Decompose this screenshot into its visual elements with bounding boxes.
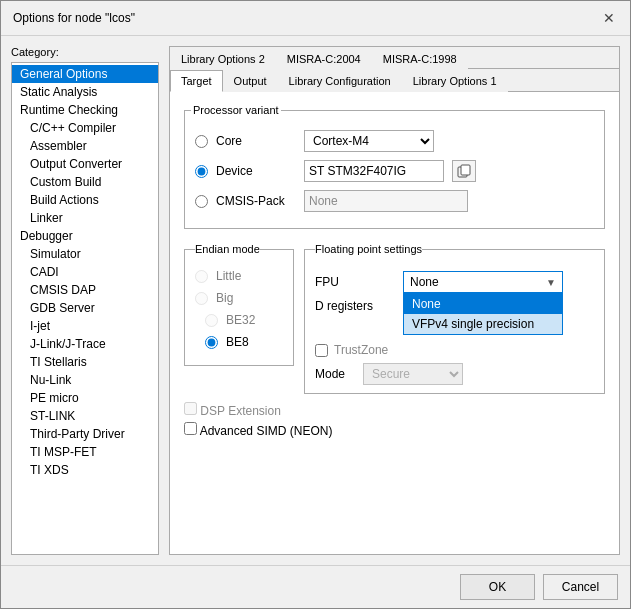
close-button[interactable]: ✕ [600, 9, 618, 27]
processor-variant-group: Processor variant Core Cortex-M4 Device [184, 104, 605, 229]
bottom-row: Endian mode Little Big BE32 [184, 243, 605, 394]
fpu-label: FPU [315, 275, 395, 289]
fpu-dropdown: None VFPv4 single precision [403, 293, 563, 335]
processor-variant-label: Processor variant [191, 104, 281, 116]
cmsis-radio[interactable] [195, 195, 208, 208]
sidebar-item-cadi[interactable]: CADI [12, 263, 158, 281]
sidebar: Category: General Options Static Analysi… [11, 46, 159, 555]
dsp-label: DSP Extension [200, 404, 281, 418]
sidebar-item-output-converter[interactable]: Output Converter [12, 155, 158, 173]
device-radio[interactable] [195, 165, 208, 178]
device-row: Device [195, 160, 594, 182]
cancel-button[interactable]: Cancel [543, 574, 618, 600]
endian-group: Endian mode Little Big BE32 [184, 243, 294, 366]
dialog-window: Options for node "lcos" ✕ Category: Gene… [0, 0, 631, 609]
simd-label: Advanced SIMD (NEON) [200, 424, 333, 438]
svg-rect-1 [461, 165, 470, 175]
endian-little-label: Little [216, 269, 241, 283]
endian-be32-label: BE32 [226, 313, 255, 327]
sidebar-item-custom-build[interactable]: Custom Build [12, 173, 158, 191]
dialog-footer: OK Cancel [1, 565, 630, 608]
simd-checkbox[interactable] [184, 422, 197, 435]
dsp-row: DSP Extension [184, 402, 605, 418]
sidebar-item-ti-xds[interactable]: TI XDS [12, 461, 158, 479]
trustzone-label: TrustZone [334, 343, 388, 357]
sidebar-item-cmsis-dap[interactable]: CMSIS DAP [12, 281, 158, 299]
mode-row: Mode Secure [315, 363, 594, 385]
cmsis-row: CMSIS-Pack None [195, 190, 594, 212]
core-label: Core [216, 134, 296, 148]
endian-little-radio[interactable] [195, 270, 208, 283]
sidebar-item-simulator[interactable]: Simulator [12, 245, 158, 263]
trustzone-row: TrustZone [315, 343, 594, 357]
fpu-select-wrapper: None ▼ None VFPv4 single precision [403, 271, 563, 293]
fpu-select-button[interactable]: None ▼ [403, 271, 563, 293]
sidebar-item-static-analysis[interactable]: Static Analysis [12, 83, 158, 101]
dialog-body: Category: General Options Static Analysi… [1, 36, 630, 565]
tabs-row2: Target Output Library Configuration Libr… [170, 69, 619, 92]
trustzone-checkbox[interactable] [315, 344, 328, 357]
endian-big-row: Big [195, 291, 283, 305]
tabs-row1: Library Options 2 MISRA-C:2004 MISRA-C:1… [170, 47, 619, 69]
endian-be8-label: BE8 [226, 335, 249, 349]
fp-label: Floating point settings [315, 243, 422, 255]
title-bar: Options for node "lcos" ✕ [1, 1, 630, 36]
sidebar-item-nu-link[interactable]: Nu-Link [12, 371, 158, 389]
category-label: Category: [11, 46, 159, 58]
mode-select[interactable]: Secure [363, 363, 463, 385]
sidebar-item-linker[interactable]: Linker [12, 209, 158, 227]
tab-misra-1998[interactable]: MISRA-C:1998 [372, 48, 468, 69]
sidebar-item-runtime-checking[interactable]: Runtime Checking [12, 101, 158, 119]
core-row: Core Cortex-M4 [195, 130, 594, 152]
chevron-down-icon: ▼ [546, 277, 556, 288]
sidebar-item-i-jet[interactable]: I-jet [12, 317, 158, 335]
endian-big-radio[interactable] [195, 292, 208, 305]
fpu-option-none[interactable]: None [404, 294, 562, 314]
tab-misra-2004[interactable]: MISRA-C:2004 [276, 48, 372, 69]
sidebar-item-pe-micro[interactable]: PE micro [12, 389, 158, 407]
tree-list: General Options Static Analysis Runtime … [11, 62, 159, 555]
fpu-row: FPU None ▼ None VFPv4 single precision [315, 271, 594, 293]
sidebar-item-third-party[interactable]: Third-Party Driver [12, 425, 158, 443]
sidebar-item-build-actions[interactable]: Build Actions [12, 191, 158, 209]
simd-row: Advanced SIMD (NEON) [184, 422, 605, 438]
endian-little-row: Little [195, 269, 283, 283]
sidebar-item-ti-msp-fet[interactable]: TI MSP-FET [12, 443, 158, 461]
copy-device-button[interactable] [452, 160, 476, 182]
dialog-title: Options for node "lcos" [13, 11, 135, 25]
sidebar-item-debugger[interactable]: Debugger [12, 227, 158, 245]
sidebar-item-ti-stellaris[interactable]: TI Stellaris [12, 353, 158, 371]
tab-library-options-1[interactable]: Library Options 1 [402, 70, 508, 92]
d-registers-label: D registers [315, 299, 395, 313]
main-content: Library Options 2 MISRA-C:2004 MISRA-C:1… [169, 46, 620, 555]
tab-library-configuration[interactable]: Library Configuration [278, 70, 402, 92]
endian-be32-row: BE32 [195, 313, 283, 327]
device-label: Device [216, 164, 296, 178]
sidebar-item-cpp-compiler[interactable]: C/C++ Compiler [12, 119, 158, 137]
cmsis-value: None [304, 190, 468, 212]
cmsis-label: CMSIS-Pack [216, 194, 296, 208]
endian-label: Endian mode [195, 243, 260, 255]
fpu-option-vfpv4[interactable]: VFPv4 single precision [404, 314, 562, 334]
sidebar-item-st-link[interactable]: ST-LINK [12, 407, 158, 425]
core-select[interactable]: Cortex-M4 [304, 130, 434, 152]
fpu-selected-value: None [410, 275, 439, 289]
dsp-checkbox[interactable] [184, 402, 197, 415]
ok-button[interactable]: OK [460, 574, 535, 600]
fp-group: Floating point settings FPU None ▼ None [304, 243, 605, 394]
tab-target[interactable]: Target [170, 70, 223, 92]
endian-be32-radio[interactable] [205, 314, 218, 327]
sidebar-item-general-options[interactable]: General Options [12, 65, 158, 83]
tab-library-options-2[interactable]: Library Options 2 [170, 48, 276, 69]
endian-be8-radio[interactable] [205, 336, 218, 349]
tab-output[interactable]: Output [223, 70, 278, 92]
endian-big-label: Big [216, 291, 233, 305]
core-radio[interactable] [195, 135, 208, 148]
mode-label: Mode [315, 367, 355, 381]
sidebar-item-assembler[interactable]: Assembler [12, 137, 158, 155]
content-area: Processor variant Core Cortex-M4 Device [170, 92, 619, 554]
endian-be8-row: BE8 [195, 335, 283, 349]
sidebar-item-jlink[interactable]: J-Link/J-Trace [12, 335, 158, 353]
sidebar-item-gdb-server[interactable]: GDB Server [12, 299, 158, 317]
device-input[interactable] [304, 160, 444, 182]
